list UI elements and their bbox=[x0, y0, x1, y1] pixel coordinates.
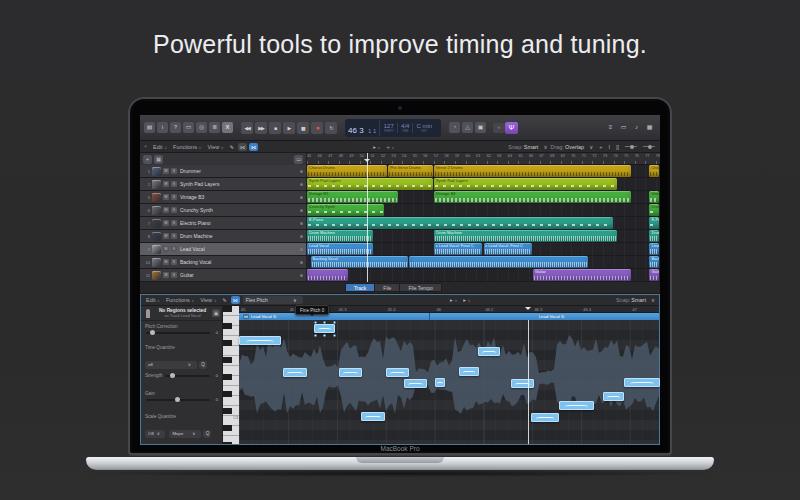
piano-keybed[interactable]: C3 bbox=[223, 306, 239, 444]
media-browser-icon[interactable]: ▦ bbox=[644, 122, 655, 133]
time-quantize-q-button[interactable]: Q bbox=[199, 361, 207, 369]
region[interactable]: ▸Lead Vocal: Final C bbox=[434, 243, 482, 255]
flex-note[interactable] bbox=[361, 412, 385, 421]
flex-enable-button[interactable]: ⋈ bbox=[231, 296, 240, 304]
drag-menu[interactable]: Overlap bbox=[565, 144, 584, 150]
mute-button[interactable]: M bbox=[163, 207, 169, 213]
track-lane[interactable]: Drum MachineDrum MachineDrum Machine bbox=[307, 230, 660, 243]
ruler-options-icon[interactable]: ▭ bbox=[294, 155, 303, 164]
region[interactable]: Lead Vocal bbox=[649, 243, 659, 255]
scale-type-menu[interactable]: Major∨ bbox=[169, 430, 201, 438]
flex-enable-button[interactable]: ⋈ bbox=[249, 143, 258, 151]
left-click-tool-menu[interactable]: ▸ ∨ bbox=[450, 297, 457, 303]
arrange-view-menu[interactable]: View ∨ bbox=[207, 144, 223, 150]
track-lane[interactable]: Synth Pad LayersSynth Pad Layers bbox=[307, 178, 660, 191]
mute-button[interactable]: M bbox=[163, 194, 169, 200]
loop-browser-icon[interactable]: ♪ bbox=[631, 122, 642, 133]
gain-slider[interactable]: 0 bbox=[146, 399, 210, 401]
toolbar-icon[interactable]: ▭ bbox=[183, 122, 194, 133]
note-pads-icon[interactable]: ▭ bbox=[618, 122, 629, 133]
track-header-synth-pad-layers[interactable]: 2MSSynth Pad Layers bbox=[140, 178, 307, 190]
mute-button[interactable]: M bbox=[163, 272, 169, 278]
track-header-vintage-b3[interactable]: 5MSVintage B3 bbox=[140, 191, 307, 203]
lcd-display[interactable]: 46 3 1 1 127 TEMPO 4/4 TIME C min KEY bbox=[345, 119, 441, 137]
flex-note[interactable] bbox=[624, 378, 660, 387]
track-lane[interactable]: Chorus DrumsPre-Verse DrumsVerse 2 Drums… bbox=[307, 165, 660, 178]
smart-controls-icon[interactable]: ◎ bbox=[196, 122, 207, 133]
track-lane[interactable]: Vintage B3Vintage B3Vintage B3 bbox=[307, 191, 660, 204]
flex-note[interactable] bbox=[531, 413, 559, 422]
mute-button[interactable]: M bbox=[163, 246, 169, 252]
region[interactable]: Chorus 2 Dr bbox=[649, 165, 659, 177]
mixer-icon[interactable]: ≣ bbox=[209, 122, 220, 133]
track-lane[interactable]: E-PianoE-Piano bbox=[307, 217, 660, 230]
take-disclosure-icon[interactable]: ▸ bbox=[486, 244, 488, 248]
flex-note[interactable] bbox=[603, 392, 624, 401]
flex-note[interactable] bbox=[478, 347, 500, 356]
take-disclosure-icon[interactable]: ▸ bbox=[436, 244, 438, 248]
mute-button[interactable]: M bbox=[163, 233, 169, 239]
metronome-button[interactable]: △ bbox=[462, 122, 473, 133]
flex-note[interactable] bbox=[459, 367, 479, 376]
region[interactable] bbox=[409, 256, 588, 268]
mute-button[interactable]: M bbox=[163, 259, 169, 265]
solo-button[interactable]: S bbox=[171, 194, 177, 200]
solo-button[interactable]: S bbox=[171, 233, 177, 239]
region[interactable]: Vintage B3 bbox=[649, 191, 659, 203]
note-handle[interactable] bbox=[333, 321, 336, 324]
track-header-electric-piano[interactable]: 7MSElectric Piano bbox=[140, 217, 307, 229]
tab-file-tempo[interactable]: File Tempo bbox=[399, 283, 441, 292]
scale-quantize-q-button[interactable]: Q bbox=[203, 430, 211, 438]
track-header-crunchy-synth[interactable]: 6MSCrunchy Synth bbox=[140, 204, 307, 216]
note-handle[interactable] bbox=[323, 334, 326, 337]
flex-mode-menu[interactable]: Flex Pitch∨ bbox=[243, 296, 303, 304]
snap-menu[interactable]: Smart bbox=[524, 144, 539, 150]
tool-icon-1[interactable]: I bbox=[608, 144, 610, 150]
arrange-edit-menu[interactable]: Edit ∨ bbox=[153, 144, 167, 150]
solo-button[interactable]: S bbox=[171, 246, 177, 252]
stop-button[interactable]: ■ bbox=[269, 122, 281, 134]
pencil-icon[interactable]: ✎ bbox=[221, 296, 229, 304]
flex-chip[interactable]: ⋈ bbox=[238, 143, 247, 151]
flex-note[interactable] bbox=[283, 368, 307, 377]
region[interactable]: Pre-Verse Drums bbox=[388, 165, 433, 177]
browser-icon[interactable]: ▣ bbox=[212, 309, 220, 317]
solo-button[interactable]: S bbox=[171, 207, 177, 213]
region[interactable]: Vintage B3 bbox=[307, 191, 398, 203]
note-handle[interactable] bbox=[323, 321, 326, 324]
track-header-drummer[interactable]: 1MSDrummer bbox=[140, 165, 307, 177]
region[interactable]: Guitar bbox=[533, 269, 631, 281]
command-click-tool-menu[interactable]: ▸ ∨ bbox=[463, 297, 470, 303]
mute-button[interactable]: M bbox=[163, 168, 169, 174]
flex-note[interactable] bbox=[239, 336, 281, 345]
command-click-tool-menu[interactable]: + ∨ bbox=[386, 144, 394, 150]
region[interactable] bbox=[307, 269, 348, 281]
editors-icon[interactable]: X bbox=[222, 122, 233, 133]
pencil-icon[interactable]: ✎ bbox=[228, 143, 236, 151]
bar-ruler[interactable]: + ▦ ▭ 4546474849505152535455565758596061… bbox=[140, 153, 660, 165]
library-icon[interactable]: ▤ bbox=[144, 122, 155, 133]
replace-button[interactable]: ▣ bbox=[475, 122, 486, 133]
editor-view-menu[interactable]: View ∨ bbox=[200, 297, 216, 303]
list-editors-icon[interactable]: ≡ bbox=[605, 122, 616, 133]
region[interactable]: Drum Machine bbox=[649, 230, 659, 242]
tab-track[interactable]: Track bbox=[345, 283, 374, 292]
region[interactable]: ▸Lead Vocal: Final C bbox=[484, 243, 532, 255]
mute-button[interactable]: M bbox=[163, 181, 169, 187]
editor-edit-menu[interactable]: Edit ∨ bbox=[146, 297, 160, 303]
region[interactable]: Verse 2 Drums bbox=[434, 165, 631, 177]
solo-button[interactable]: S bbox=[171, 181, 177, 187]
region[interactable]: E-Piano bbox=[649, 217, 659, 229]
region[interactable]: E-Piano bbox=[307, 217, 613, 229]
note-handle[interactable] bbox=[333, 334, 336, 337]
note-handle[interactable] bbox=[314, 334, 317, 337]
track-header-backing-vocal[interactable]: 10MSBacking Vocal bbox=[140, 256, 307, 268]
track-lane[interactable]: GuitarGuitar bbox=[307, 269, 660, 282]
left-click-tool-menu[interactable]: ▸ ∨ bbox=[373, 144, 380, 150]
add-track-button[interactable]: + bbox=[143, 155, 152, 164]
track-stack-icon[interactable]: ▦ bbox=[154, 155, 163, 164]
time-quantize-menu[interactable]: off∨ bbox=[145, 361, 197, 369]
region[interactable]: Drum Machine bbox=[434, 230, 617, 242]
flex-note[interactable] bbox=[404, 379, 427, 388]
solo-button[interactable]: S bbox=[171, 259, 177, 265]
